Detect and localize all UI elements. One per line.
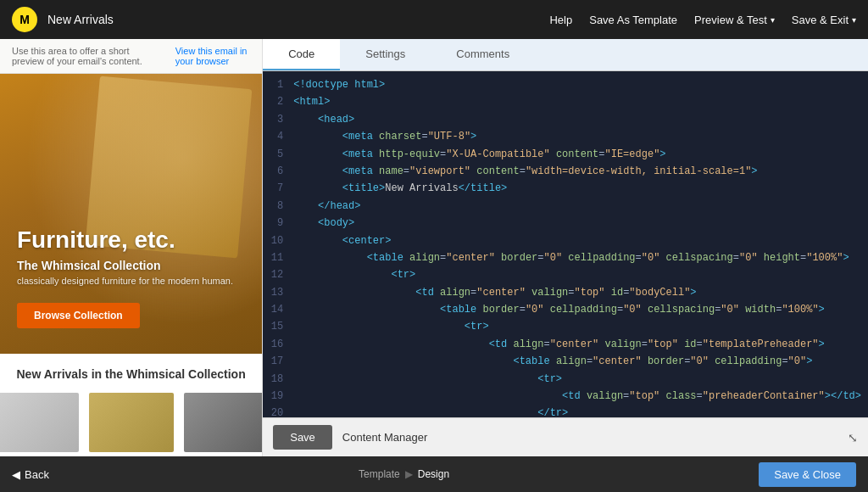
tab-code[interactable]: Code — [263, 39, 340, 70]
line-number: 20 — [270, 405, 293, 417]
products-grid: Lone Wolf Desk Shiloh Chair Nomad Office… — [14, 393, 248, 456]
line-number: 6 — [270, 163, 293, 180]
hero-desc: classically designed furniture for the m… — [17, 276, 233, 286]
table-row: 15 <tr> — [263, 318, 868, 335]
preview-test-button[interactable]: Preview & Test ▾ — [694, 14, 775, 26]
hero-subtitle: The Whimsical Collection — [17, 259, 233, 272]
view-in-browser-link[interactable]: View this email in your browser — [175, 46, 251, 66]
preview-body: Furniture, etc. The Whimsical Collection… — [0, 74, 262, 456]
hero-text-block: Furniture, etc. The Whimsical Collection… — [17, 226, 233, 286]
save-close-button[interactable]: Save & Close — [759, 462, 856, 487]
table-row: 14 <table border="0" cellpadding="0" cel… — [263, 301, 868, 318]
save-as-template-button[interactable]: Save As Template — [589, 14, 677, 26]
line-number: 7 — [270, 180, 293, 197]
line-number: 5 — [270, 146, 293, 163]
nav-right: Help Save As Template Preview & Test ▾ S… — [549, 14, 856, 26]
table-row: 9 <body> — [263, 215, 868, 232]
line-number: 10 — [270, 232, 293, 249]
table-row: 11 <table align="center" border="0" cell… — [263, 249, 868, 266]
line-number: 15 — [270, 318, 293, 335]
breadcrumb: Template ▶ Design — [359, 468, 449, 480]
app-title: New Arrivals — [47, 13, 114, 26]
product-image — [0, 393, 79, 452]
line-number: 14 — [270, 301, 293, 318]
breadcrumb-current: Design — [418, 468, 449, 480]
line-number: 9 — [270, 215, 293, 232]
hero-section: Furniture, etc. The Whimsical Collection… — [0, 74, 262, 354]
top-nav: M New Arrivals Help Save As Template Pre… — [0, 0, 868, 39]
back-button[interactable]: ◀ Back — [12, 468, 49, 481]
table-row: 13 <td align="center" valign="top" id="b… — [263, 284, 868, 301]
table-row: 8 </head> — [263, 198, 868, 215]
table-row: 6 <meta name="viewport" content="width=d… — [263, 163, 868, 180]
table-row: 20 </tr> — [263, 405, 868, 417]
code-footer: Save Content Manager ⤡ — [263, 417, 868, 456]
line-number: 17 — [270, 353, 293, 370]
list-item: Shiloh Chair — [89, 393, 174, 456]
table-row: 19 <td valign="top" class="preheaderCont… — [263, 388, 868, 405]
table-row: 17 <table align="center" border="0" cell… — [263, 353, 868, 370]
mailchimp-logo: M — [12, 7, 37, 32]
breadcrumb-separator: ▶ — [405, 468, 413, 480]
tab-comments[interactable]: Comments — [431, 39, 535, 70]
browse-collection-button[interactable]: Browse Collection — [17, 303, 140, 328]
table-row: 16 <td align="center" valign="top" id="t… — [263, 336, 868, 353]
code-tabs: Code Settings Comments — [263, 39, 868, 71]
bottom-bar: ◀ Back Template ▶ Design Save & Close — [0, 456, 868, 492]
line-number: 1 — [270, 76, 293, 93]
products-section: New Arrivals in the Whimsical Collection… — [0, 354, 262, 456]
table-row: 4 <meta charset="UTF-8"> — [263, 128, 868, 145]
logo-icon: M — [19, 13, 30, 26]
breadcrumb-template: Template — [359, 468, 400, 480]
hero-title: Furniture, etc. — [17, 226, 233, 254]
main-content: Use this area to offer a short preview o… — [0, 39, 868, 456]
table-row: 10 <center> — [263, 232, 868, 249]
code-editor[interactable]: 1<!doctype html> 2<html> 3 <head> 4 <met… — [263, 71, 868, 417]
table-row: 7 <title>New Arrivals</title> — [263, 180, 868, 197]
chevron-left-icon: ◀ — [12, 468, 20, 481]
code-panel: Code Settings Comments 1<!doctype html> … — [263, 39, 868, 456]
list-item: Nomad Office Set — [184, 393, 263, 456]
table-row: 18 <tr> — [263, 371, 868, 388]
preheader-text: Use this area to offer a short preview o… — [12, 46, 159, 66]
product-image — [184, 393, 263, 452]
table-row: 12 <tr> — [263, 266, 868, 283]
chevron-down-icon: ▾ — [771, 15, 775, 25]
table-row: 5 <meta http-equiv="X-UA-Compatible" con… — [263, 146, 868, 163]
line-number: 4 — [270, 128, 293, 145]
chevron-down-icon: ▾ — [852, 15, 856, 25]
line-number: 2 — [270, 93, 293, 110]
list-item: Lone Wolf Desk — [0, 393, 79, 456]
line-number: 12 — [270, 266, 293, 283]
line-number: 18 — [270, 371, 293, 388]
nav-left: M New Arrivals — [12, 7, 114, 32]
email-preview-panel: Use this area to offer a short preview o… — [0, 39, 263, 456]
product-image — [89, 393, 174, 452]
line-number: 3 — [270, 111, 293, 128]
help-button[interactable]: Help — [549, 14, 572, 26]
save-exit-button[interactable]: Save & Exit ▾ — [792, 14, 856, 26]
line-number: 11 — [270, 249, 293, 266]
line-number: 13 — [270, 284, 293, 301]
tab-settings[interactable]: Settings — [340, 39, 431, 70]
save-button[interactable]: Save — [273, 425, 332, 450]
expand-icon[interactable]: ⤡ — [848, 431, 858, 444]
table-row: 1<!doctype html> — [263, 76, 868, 93]
products-section-title: New Arrivals in the Whimsical Collection — [14, 367, 248, 381]
table-row: 2<html> — [263, 93, 868, 110]
line-number: 8 — [270, 198, 293, 215]
preheader-bar: Use this area to offer a short preview o… — [0, 39, 262, 74]
content-manager-button[interactable]: Content Manager — [342, 431, 427, 444]
table-row: 3 <head> — [263, 111, 868, 128]
line-number: 19 — [270, 388, 293, 405]
line-number: 16 — [270, 336, 293, 353]
